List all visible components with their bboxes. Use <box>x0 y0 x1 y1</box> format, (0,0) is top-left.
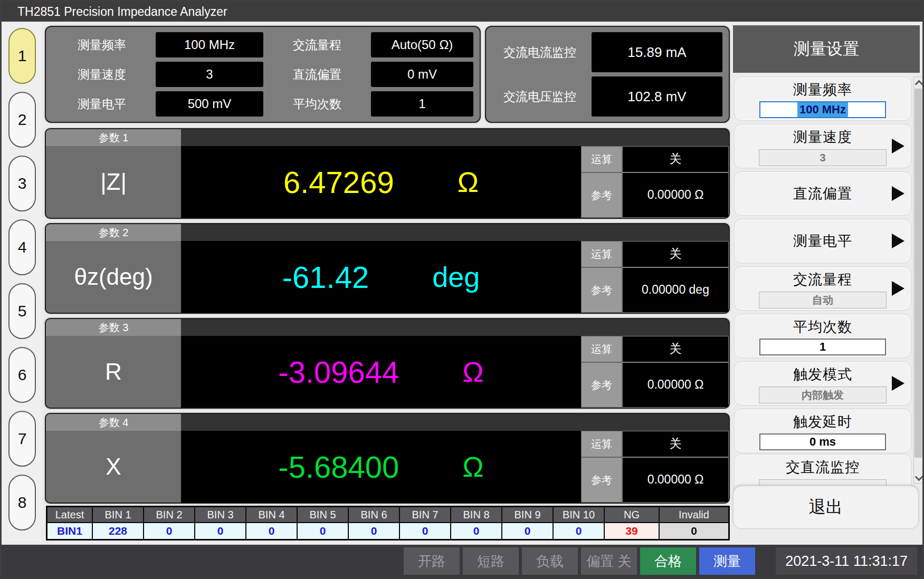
parameter-2-name[interactable]: θz(deg) <box>46 241 181 313</box>
parameter-4-ref-value[interactable]: 0.00000 Ω <box>622 457 729 503</box>
ac-voltage-monitor-label: 交流电压监控 <box>490 74 589 119</box>
dc-bias-value[interactable]: 0 mV <box>371 62 473 87</box>
pass-status-badge[interactable]: 合格 <box>640 547 696 575</box>
ac-range-value[interactable]: 自动 <box>759 292 887 308</box>
parameter-2-ref-label: 参考 <box>581 267 622 313</box>
page-tab-1[interactable]: 1 <box>8 28 36 84</box>
parameter-4-calc-label: 运算 <box>581 431 622 457</box>
bias-off-button[interactable]: 偏置 关 <box>581 547 637 575</box>
bin-9-count: 0 <box>502 523 553 539</box>
parameter-4-name[interactable]: X <box>46 431 181 503</box>
scroll-down-icon[interactable] <box>915 473 923 481</box>
left-page-nav: 1 2 3 4 5 6 7 8 <box>2 23 42 542</box>
menu-item-measure-speed[interactable]: 测量速度 3 <box>734 124 911 168</box>
parameter-3-tab[interactable]: 参数 3 <box>46 319 181 336</box>
page-tab-8[interactable]: 8 <box>8 475 36 530</box>
load-correction-button[interactable]: 负载 <box>522 547 578 575</box>
bin-7-count: 0 <box>399 523 451 539</box>
trigger-delay-input[interactable]: 0 ms <box>759 433 886 450</box>
menu-item-trigger-mode[interactable]: 触发模式 内部触发 <box>734 361 911 406</box>
parameter-4-calc-value[interactable]: 关 <box>622 431 729 457</box>
page-tab-2[interactable]: 2 <box>8 92 36 148</box>
menu-item-average-count[interactable]: 平均次数 1 <box>734 314 911 358</box>
speed-value[interactable]: 3 <box>156 62 263 87</box>
level-value[interactable]: 500 mV <box>156 91 263 117</box>
measure-level-label: 测量电平 <box>793 231 852 250</box>
bin-header-latest: Latest <box>47 507 92 523</box>
status-bar: 开路 短路 负载 偏置 关 合格 测量 2021-3-11 11:31:17 <box>2 545 922 577</box>
parameter-panel-4: 参数 4 X -5.68400 Ω 运算 关 参考 0.00000 Ω <box>45 413 730 504</box>
scrollbar-thumb[interactable] <box>915 89 922 458</box>
exit-button[interactable]: 退出 <box>733 486 919 529</box>
ac-current-monitor-label: 交流电流监控 <box>490 30 589 74</box>
average-value[interactable]: 1 <box>371 91 473 117</box>
bin-header-8: BIN 8 <box>451 507 502 523</box>
parameter-2-tab[interactable]: 参数 2 <box>46 224 181 241</box>
menu-item-measure-frequency[interactable]: 测量频率 100 MHz <box>734 76 911 121</box>
parameter-3-value: -3.09644 <box>278 354 399 390</box>
dc-bias-label: 直流偏置 <box>265 60 369 89</box>
trigger-delay-label: 触发延时 <box>793 412 852 431</box>
parameter-4-tab[interactable]: 参数 4 <box>46 414 181 431</box>
title-bar: TH2851 Precision Impedance Analyzer <box>2 2 922 22</box>
parameter-3-ref-label: 参考 <box>581 362 622 408</box>
parameter-panel-2: 参数 2 θz(deg) -61.42 deg 运算 关 参考 0.00000 … <box>45 223 730 314</box>
parameter-1-value: 6.47269 <box>283 165 394 200</box>
menu-title: 测量设置 <box>733 25 920 73</box>
parameter-4-display: -5.68400 Ω <box>181 431 581 503</box>
ac-monitor-panel: 交流电流监控 15.89 mA 交流电压监控 102.8 mV <box>485 26 730 123</box>
bin-header-2: BIN 2 <box>144 507 195 523</box>
parameter-1-display: 6.47269 Ω <box>181 146 581 218</box>
bin-6-count: 0 <box>348 523 399 539</box>
page-tab-3[interactable]: 3 <box>8 156 36 211</box>
short-correction-button[interactable]: 短路 <box>463 547 519 575</box>
menu-item-dc-bias[interactable]: 直流偏置 <box>734 171 911 216</box>
ac-range-value[interactable]: Auto(50 Ω) <box>371 32 473 57</box>
open-correction-button[interactable]: 开路 <box>404 547 460 575</box>
submenu-arrow-icon <box>892 234 904 248</box>
menu-scrollbar[interactable] <box>913 76 923 484</box>
app-window: TH2851 Precision Impedance Analyzer 1 2 … <box>0 0 924 579</box>
measure-frequency-input[interactable]: 100 MHz <box>759 101 886 118</box>
parameter-3-ref-value[interactable]: 0.00000 Ω <box>622 362 729 408</box>
measure-status-badge[interactable]: 测量 <box>699 547 755 575</box>
page-tab-5[interactable]: 5 <box>8 283 36 339</box>
parameter-1-calc-value[interactable]: 关 <box>622 146 729 172</box>
bin-header-9: BIN 9 <box>502 507 553 523</box>
bin-2-count: 0 <box>144 523 195 539</box>
parameter-1-header-spacer <box>181 129 729 146</box>
menu-item-trigger-delay[interactable]: 触发延时 0 ms <box>734 409 911 453</box>
parameter-3-name[interactable]: R <box>46 336 181 408</box>
measure-speed-value[interactable]: 3 <box>759 149 887 166</box>
ac-voltage-monitor-value: 102.8 mV <box>592 76 722 117</box>
parameter-2-value: -61.42 <box>282 259 369 295</box>
parameter-3-calc-value[interactable]: 关 <box>622 336 729 362</box>
speed-label: 测量速度 <box>50 60 154 89</box>
scroll-up-icon[interactable] <box>915 80 923 89</box>
average-count-input[interactable]: 1 <box>759 339 886 355</box>
trigger-mode-label: 触发模式 <box>793 365 852 384</box>
parameter-1-ref-label: 参考 <box>581 172 622 218</box>
dc-bias-label: 直流偏置 <box>793 184 852 203</box>
trigger-mode-value[interactable]: 内部触发 <box>759 387 887 403</box>
freq-value[interactable]: 100 MHz <box>156 32 263 57</box>
page-tab-6[interactable]: 6 <box>8 347 36 403</box>
bin-8-count: 0 <box>451 523 502 539</box>
freq-label: 测量频率 <box>50 30 154 60</box>
status-buttons: 开路 短路 负载 偏置 关 合格 测量 <box>404 547 755 575</box>
average-count-label: 平均次数 <box>793 317 852 336</box>
parameter-2-calc-value[interactable]: 关 <box>622 241 729 267</box>
page-tab-4[interactable]: 4 <box>8 219 36 275</box>
parameter-1-tab[interactable]: 参数 1 <box>46 129 181 146</box>
page-tab-7[interactable]: 7 <box>8 411 36 467</box>
bin-header-4: BIN 4 <box>246 507 297 523</box>
parameter-2-calc-label: 运算 <box>581 241 622 267</box>
parameter-2-ref-value[interactable]: 0.00000 deg <box>622 267 729 313</box>
parameter-1-name[interactable]: |Z| <box>46 146 181 218</box>
settings-summary-panel: 测量频率 100 MHz 交流量程 Auto(50 Ω) 测量速度 3 直流偏置… <box>45 26 481 123</box>
parameter-1-ref-value[interactable]: 0.00000 Ω <box>622 172 729 218</box>
menu-item-ac-range[interactable]: 交流量程 自动 <box>734 266 911 311</box>
ac-range-label: 交流量程 <box>265 30 369 60</box>
parameter-panel-3: 参数 3 R -3.09644 Ω 运算 关 参考 0.00000 Ω <box>45 318 730 409</box>
menu-item-measure-level[interactable]: 测量电平 <box>734 219 911 263</box>
